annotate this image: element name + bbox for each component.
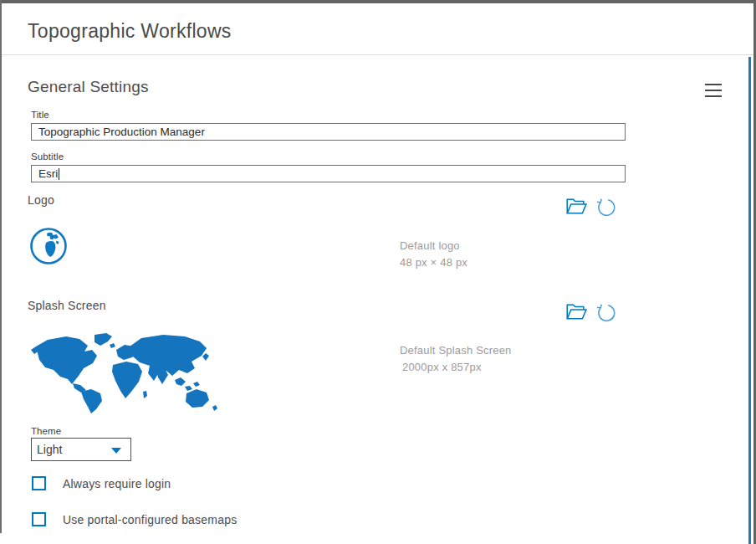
always-require-login-checkbox[interactable] xyxy=(32,476,46,490)
window-border-top xyxy=(0,0,756,3)
folder-open-icon xyxy=(566,302,587,321)
splash-section-label: Splash Screen xyxy=(28,299,106,312)
splash-default-name: Default Splash Screen xyxy=(400,344,512,357)
text-caret xyxy=(59,168,59,180)
app-window: Topographic Workflows General Settings T… xyxy=(0,0,756,544)
splash-default-meta: Default Splash Screen 2000px x 857px xyxy=(400,344,512,373)
logo-upload-button[interactable] xyxy=(566,196,587,217)
hamburger-icon xyxy=(705,95,722,97)
world-map-image xyxy=(29,331,222,414)
hamburger-icon xyxy=(705,90,722,91)
window-header: Topographic Workflows xyxy=(2,3,753,55)
hamburger-icon xyxy=(705,84,722,85)
folder-open-icon xyxy=(566,197,587,216)
theme-dropdown[interactable]: Light xyxy=(31,438,131,461)
portal-basemaps-label: Use portal-configured basemaps xyxy=(63,513,237,526)
always-require-login-label: Always require login xyxy=(63,477,171,490)
reset-icon xyxy=(595,196,616,217)
theme-selected-value: Light xyxy=(37,443,62,456)
window-title: Topographic Workflows xyxy=(28,20,232,43)
splash-default-size: 2000px x 857px xyxy=(402,361,512,373)
splash-action-icons xyxy=(566,300,616,322)
logo-reset-button[interactable] xyxy=(595,196,616,217)
logo-action-icons xyxy=(566,195,616,217)
logo-section-label: Logo xyxy=(28,193,54,207)
title-input[interactable] xyxy=(31,123,626,141)
logo-default-name: Default logo xyxy=(400,239,467,252)
subtitle-input[interactable]: Esri xyxy=(31,165,626,182)
chevron-down-icon xyxy=(111,448,121,454)
reset-icon xyxy=(595,301,616,322)
logo-default-size: 48 px × 48 px xyxy=(400,256,467,269)
window-border-left xyxy=(0,0,2,533)
splash-reset-button[interactable] xyxy=(595,301,616,322)
hamburger-menu-button[interactable] xyxy=(704,84,723,98)
subtitle-input-value: Esri xyxy=(38,167,58,180)
portal-basemaps-checkbox[interactable] xyxy=(32,512,46,526)
title-field-label: Title xyxy=(31,110,49,120)
theme-label: Theme xyxy=(31,426,61,436)
subtitle-field-label: Subtitle xyxy=(31,151,64,162)
splash-upload-button[interactable] xyxy=(566,301,587,322)
logo-default-meta: Default logo 48 px × 48 px xyxy=(400,239,467,269)
page-title: General Settings xyxy=(28,78,149,96)
globe-logo xyxy=(28,226,69,266)
scrollbar[interactable] xyxy=(748,57,751,544)
